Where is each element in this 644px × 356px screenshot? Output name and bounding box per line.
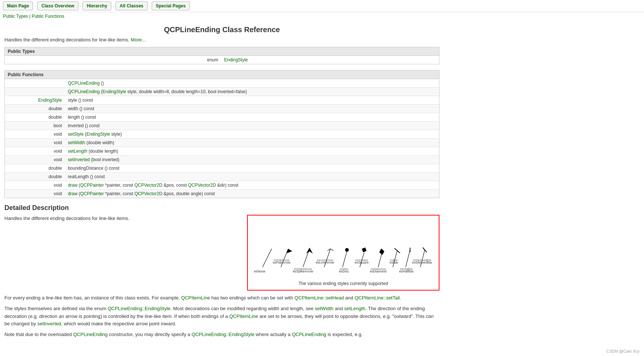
ending-styles-diagram: esNone esFlatArrow esSpikeArrow esLineAr… xyxy=(252,219,435,278)
table-row: bool inverted () const xyxy=(5,122,439,130)
desc-text-1: Handles the different ending decorations… xyxy=(4,215,243,222)
link-qcpitemline[interactable]: QCPItemLine xyxy=(181,295,210,301)
tab-main-page[interactable]: Main Page xyxy=(3,1,33,10)
svg-text:esBar: esBar xyxy=(390,258,398,262)
para3: Note that due to the overloaded QCPLineE… xyxy=(4,331,439,339)
table-row: void setLength (double length) xyxy=(5,147,439,156)
svg-marker-6 xyxy=(306,248,313,254)
name-cell: draw (QCPPainter *painter, const QCPVect… xyxy=(65,181,439,190)
svg-marker-19 xyxy=(379,248,385,255)
func-link[interactable]: setStyle xyxy=(68,132,84,137)
nav-sep-3: - xyxy=(113,4,114,8)
name-cell: style () const xyxy=(65,96,439,105)
name-cell: length () const xyxy=(65,113,439,122)
link-setinverted[interactable]: setInverted xyxy=(37,321,61,326)
link-endingstyle-enum[interactable]: QCPLineEnding::EndingStyle xyxy=(108,306,171,311)
name-cell: setStyle (EndingStyle style) xyxy=(65,130,439,139)
type-link[interactable]: EndingStyle xyxy=(38,98,62,103)
es-link[interactable]: EndingStyle xyxy=(102,89,126,94)
link-setlength[interactable]: setLength xyxy=(344,306,365,311)
table-row: void draw (QCPPainter *painter, const QC… xyxy=(5,190,439,198)
svg-line-24 xyxy=(406,250,410,267)
type-cell: void xyxy=(5,156,65,164)
svg-line-18 xyxy=(378,254,382,267)
tab-special-pages[interactable]: Special Pages xyxy=(152,1,190,10)
table-row: double width () const xyxy=(5,105,439,113)
breadcrumb: Public Types | Public Functions xyxy=(0,12,644,20)
type-cell: EndingStyle xyxy=(5,96,65,105)
svg-line-22 xyxy=(395,248,400,253)
tab-all-classes[interactable]: All Classes xyxy=(115,1,147,10)
svg-text:esDiamond: esDiamond xyxy=(371,267,385,271)
table-row: QCPLineEnding () xyxy=(5,79,439,88)
breadcrumb-public-functions[interactable]: Public Functions xyxy=(32,14,64,19)
type-cell: bool xyxy=(5,122,65,130)
name-cell: setWidth (double width) xyxy=(65,139,439,147)
type-cell: enum xyxy=(5,56,221,64)
svg-point-13 xyxy=(345,248,349,252)
more-link[interactable]: More... xyxy=(131,37,146,43)
footer-credit: CSDN @Cain Xcy xyxy=(607,349,640,353)
link-settail[interactable]: QCPItemLine::setTail xyxy=(355,295,400,301)
type-cell: void xyxy=(5,181,65,190)
func-link[interactable]: QCPLineEnding xyxy=(68,89,100,94)
table-row: void draw (QCPPainter *painter, const QC… xyxy=(5,181,439,190)
public-functions-table: Public Functions QCPLineEnding () QCPLin… xyxy=(4,70,439,198)
type-cell: double xyxy=(5,173,65,181)
table-row: double length () const xyxy=(5,113,439,122)
link-endingstyle-ref[interactable]: QCPLineEnding::EndingStyle xyxy=(192,332,254,337)
svg-line-0 xyxy=(263,249,272,267)
type-cell: void xyxy=(5,147,65,156)
es-link2[interactable]: EndingStyle xyxy=(86,132,110,137)
name-cell: draw (QCPPainter *painter, const QCPVect… xyxy=(65,190,439,198)
name-cell: boundingDistance () const xyxy=(65,164,439,173)
table-row: QCPLineEnding (EndingStyle style, double… xyxy=(5,88,439,96)
tab-hierarchy[interactable]: Hierarchy xyxy=(82,1,111,10)
name-cell: EndingStyle xyxy=(221,56,439,64)
table-row: void setInverted (bool inverted) xyxy=(5,156,439,164)
type-cell xyxy=(5,88,65,96)
svg-text:esLineArrow: esLineArrow xyxy=(317,258,333,262)
class-desc-text: Handles the different ending decorations… xyxy=(4,37,129,43)
svg-line-28 xyxy=(423,248,426,252)
func-link[interactable]: setInverted xyxy=(68,157,90,162)
link-qcpitemline2[interactable]: QCPItemLine xyxy=(229,313,258,319)
type-cell: void xyxy=(5,130,65,139)
func-link[interactable]: draw xyxy=(68,183,77,188)
nav-sep-4: - xyxy=(149,4,151,8)
class-description: Handles the different ending decorations… xyxy=(4,37,439,43)
link-qcplineending-ctor[interactable]: QCPLineEnding xyxy=(73,332,108,337)
svg-text:esHalfBar: esHalfBar xyxy=(400,267,413,271)
link-sethead[interactable]: QCPItemLine::setHead xyxy=(294,295,344,301)
name-cell: setLength (double length) xyxy=(65,147,439,156)
link-qcplineending-ref[interactable]: QCPLineEnding xyxy=(292,332,326,337)
type-cell: void xyxy=(5,190,65,198)
type-link[interactable]: EndingStyle xyxy=(224,57,248,62)
link-setwidth[interactable]: setWidth xyxy=(315,306,334,311)
svg-text:esNone: esNone xyxy=(254,269,265,273)
svg-text:esDisc: esDisc xyxy=(340,267,348,271)
svg-text:esFlatArrow: esFlatArrow xyxy=(274,258,290,262)
page-title: QCPLineEnding Class Reference xyxy=(4,26,439,34)
table-row: void setWidth (double width) xyxy=(5,139,439,147)
nav-bar: Main Page - Class Overview - Hierarchy -… xyxy=(0,0,644,12)
func-link[interactable]: draw xyxy=(68,191,77,196)
table-row: double realLength () const xyxy=(5,173,439,181)
breadcrumb-public-types[interactable]: Public Types xyxy=(3,14,28,19)
table-row: double boundingDistance () const xyxy=(5,164,439,173)
svg-text:esSkewedBar: esSkewedBar xyxy=(413,258,431,262)
ending-styles-image-box: esNone esFlatArrow esSpikeArrow esLineAr… xyxy=(247,215,439,291)
type-cell xyxy=(5,79,65,88)
type-cell: double xyxy=(5,164,65,173)
type-cell: void xyxy=(5,139,65,147)
func-link[interactable]: setLength xyxy=(68,149,87,154)
public-functions-header: Public Functions xyxy=(5,71,439,79)
func-link[interactable]: QCPLineEnding xyxy=(68,81,100,86)
func-link[interactable]: setWidth xyxy=(68,140,85,145)
type-cell: double xyxy=(5,113,65,122)
table-row: void setStyle (EndingStyle style) xyxy=(5,130,439,139)
svg-text:esSquare: esSquare xyxy=(355,258,368,262)
main-content: QCPLineEnding Class Reference Handles th… xyxy=(0,20,444,346)
nav-sep-2: - xyxy=(80,4,81,8)
tab-class-overview[interactable]: Class Overview xyxy=(37,1,78,10)
